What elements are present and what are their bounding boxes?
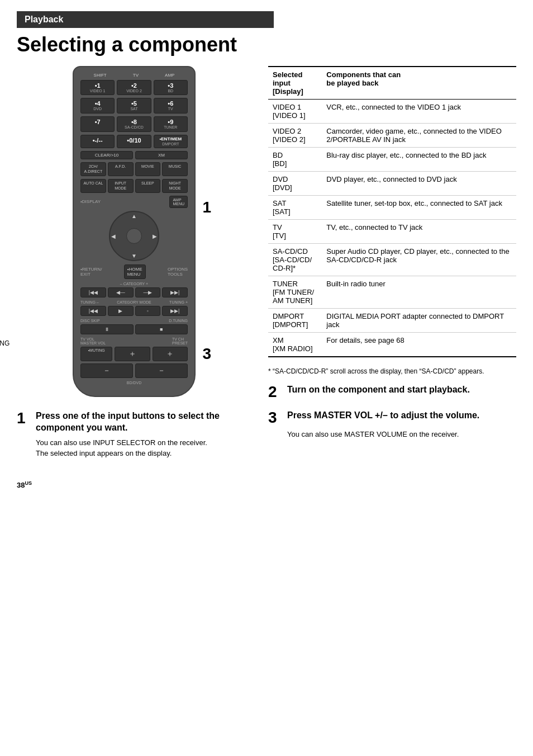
vol-minus-row: － － (80, 363, 188, 378)
category-mode-label: CATEGORY MODE (117, 300, 151, 304)
btn-7[interactable]: •7 (80, 116, 115, 132)
btn-vol-plus-1[interactable]: ＋ (115, 347, 150, 361)
btn-xm[interactable]: XM (135, 151, 188, 159)
step-3-block: 3 Press MASTER VOL +/– to adjust the vol… (268, 410, 516, 440)
right-column: Selected input[Display] Components that … (268, 66, 516, 469)
table-cell-input: TUNER[FM TUNER/AM TUNER] (268, 276, 322, 308)
btn-1[interactable]: •1 VIDEO 1 (80, 80, 115, 96)
btn-clear[interactable]: CLEAR/>10 (80, 151, 133, 159)
btn-dash[interactable]: •-/-- (80, 135, 115, 148)
table-cell-input: VIDEO 1[VIDEO 1] (268, 99, 322, 123)
btn-ent-mem[interactable]: •ENT/MEM DMPORT (154, 135, 188, 148)
num-row-3: •7 •8 SA-CD/CD •9 TUNER (80, 116, 188, 132)
remote-top-labels: SHIFT TV AMP (80, 73, 188, 78)
btn-6[interactable]: •6 TV (154, 98, 188, 114)
btn-next[interactable]: ▶▶| (162, 287, 188, 297)
muting-label: MUTING (0, 339, 9, 347)
table-cell-description: VCR, etc., connected to the VIDEO 1 jack (322, 99, 516, 123)
return-label: •RETURN/EXIT (80, 267, 102, 277)
btn-home-menu[interactable]: •HOMEMENU (124, 264, 146, 279)
table-cell-description: TV, etc., connected to TV jack (322, 219, 516, 243)
btn-2[interactable]: •2 VIDEO 2 (117, 80, 151, 96)
input-table: Selected input[Display] Components that … (268, 66, 516, 357)
step-3-body: You can also use MASTER VOLUME on the re… (287, 429, 516, 440)
btn-stop[interactable]: ■ (135, 324, 188, 334)
shift-label: SHIFT (94, 73, 107, 78)
vol-plus-row: •MUTING ＋ ＋ (80, 347, 188, 361)
remote-control: SHIFT TV AMP •1 VIDEO 1 •2 VIDEO 2 •3 (73, 66, 196, 397)
table-cell-description: Blu-ray disc player, etc., connected to … (322, 147, 516, 171)
btn-autocal[interactable]: AUTO CAL (80, 179, 106, 193)
table-cell-input: DVD[DVD] (268, 171, 322, 195)
btn-back[interactable]: ◀— (108, 287, 134, 297)
step-2-heading: 2 Turn on the component and start playba… (268, 384, 516, 400)
dpad-up[interactable]: ▲ (131, 213, 137, 219)
table-cell-description: DIGITAL MEDIA PORT adapter connected to … (322, 308, 516, 332)
table-cell-input: DMPORT[DMPORT] (268, 308, 322, 332)
btn-stop-dot[interactable]: ◦ (135, 306, 161, 316)
step-3-title: Press MASTER VOL +/– to adjust the volum… (287, 410, 479, 422)
btn-afd[interactable]: A.F.D. (108, 162, 134, 176)
dpad-left[interactable]: ◀ (111, 233, 116, 239)
vol-row-labels: TV VOLMASTER VOL TV CHPRESET (80, 337, 188, 345)
transport-row-1: |◀◀ ◀— —▶ ▶▶| (80, 287, 188, 297)
left-column: MUTING SHIFT TV AMP •1 VIDEO 1 •2 V (17, 66, 251, 469)
tuning-minus-label: TUNING – (80, 300, 99, 304)
amp-label: AMP (165, 73, 174, 78)
table-col2-header: Components that canbe played back (322, 67, 516, 100)
tv-vol-label: TV VOLMASTER VOL (80, 337, 106, 345)
btn-8[interactable]: •8 SA-CD/CD (117, 116, 151, 132)
table-row: BD[BD]Blu-ray disc player, etc., connect… (268, 147, 516, 171)
btn-music[interactable]: MUSIC (162, 162, 188, 176)
clear-xm-row: CLEAR/>10 XM (80, 151, 188, 159)
btn-next2[interactable]: ▶▶| (162, 306, 188, 316)
vol-btn-group: •MUTING ＋ ＋ － － (80, 347, 188, 378)
table-row: DVD[DVD]DVD player, etc., connected to D… (268, 171, 516, 195)
btn-vol-plus-2[interactable]: ＋ (153, 347, 188, 361)
step-marker-3: 3 (202, 345, 211, 363)
btn-input-mode[interactable]: INPUTMODE (108, 179, 134, 193)
func-row-1: 2CH/A.DIRECT A.F.D. MOVIE MUSIC (80, 162, 188, 176)
btn-vol-minus-1[interactable]: － (80, 363, 133, 378)
step-1-heading: 1 Press one of the input buttons to sele… (17, 410, 251, 434)
btn-4[interactable]: •4 DVD (80, 98, 115, 114)
step-2-title: Turn on the component and start playback… (287, 384, 470, 396)
disc-skip-label: DISC SKIP (80, 319, 100, 323)
btn-prev[interactable]: |◀◀ (80, 287, 106, 297)
step-1-para-2: The selected input appears on the displa… (36, 448, 251, 459)
display-label: •DISPLAY (80, 199, 101, 204)
num-row-4: •-/-- •0/10 •ENT/MEM DMPORT (80, 135, 188, 148)
btn-muting[interactable]: •MUTING (80, 347, 112, 361)
table-row: SAT[SAT]Satellite tuner, set-top box, et… (268, 195, 516, 219)
muting-area: •MUTING ＋ ＋ － － (80, 347, 188, 378)
btn-vol-minus-2[interactable]: － (135, 363, 188, 378)
btn-movie[interactable]: MOVIE (135, 162, 161, 176)
table-cell-input: SA-CD/CD[SA-CD/CD/CD-R]* (268, 243, 322, 276)
dpad-down[interactable]: ▼ (131, 253, 137, 259)
step-1-title: Press one of the input buttons to select… (36, 410, 251, 434)
bd-dvd-label: BD/DVD (80, 381, 188, 385)
btn-prev2[interactable]: |◀◀ (80, 306, 106, 316)
dpad-right[interactable]: ▶ (153, 233, 157, 239)
btn-pause[interactable]: ⏸ (80, 324, 134, 334)
btn-amp-menu[interactable]: AMPMENU (169, 196, 188, 208)
step-3-heading: 3 Press MASTER VOL +/– to adjust the vol… (268, 410, 516, 426)
btn-9[interactable]: •9 TUNER (154, 116, 188, 132)
dpad-center[interactable] (126, 228, 142, 244)
btn-2ch[interactable]: 2CH/A.DIRECT (80, 162, 106, 176)
btn-fwd[interactable]: —▶ (135, 287, 161, 297)
tuning-plus-label: TUNING + (169, 300, 188, 304)
dpad[interactable]: ▲ ▼ ◀ ▶ (109, 211, 159, 261)
btn-night-mode[interactable]: NIGHTMODE (162, 179, 188, 193)
step-1-number: 1 (17, 410, 30, 426)
table-row: XM[XM RADIO]For details, see page 68 (268, 332, 516, 357)
table-cell-description: DVD player, etc., connected to DVD jack (322, 171, 516, 195)
btn-5[interactable]: •5 SAT (117, 98, 151, 114)
table-row: TUNER[FM TUNER/AM TUNER]Built-in radio t… (268, 276, 516, 308)
btn-0-10[interactable]: •0/10 (117, 135, 151, 148)
step-marker-1: 1 (202, 199, 211, 216)
btn-play[interactable]: ▶ (108, 306, 134, 316)
btn-sleep[interactable]: SLEEP (135, 179, 161, 193)
home-row: •RETURN/EXIT •HOMEMENU OPTIONSTOOLS (80, 264, 188, 279)
btn-3[interactable]: •3 BD (154, 80, 188, 96)
